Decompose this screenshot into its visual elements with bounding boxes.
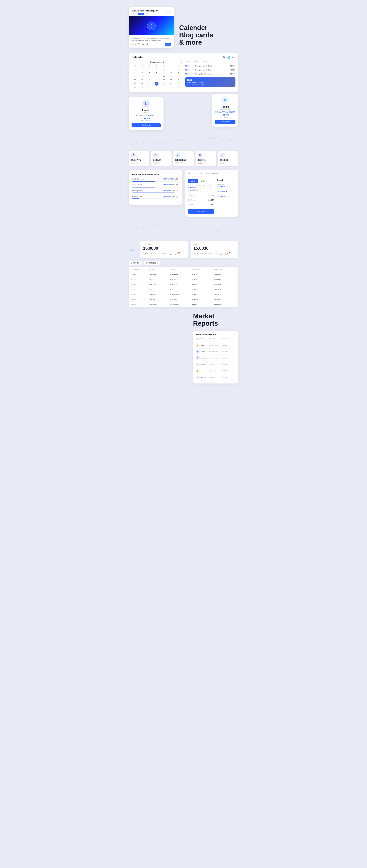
cal-day[interactable]: 4 [168,86,175,89]
blog-bookmark-btn[interactable]: 🔖 [142,43,144,45]
cal-day[interactable]: 29 [160,68,167,71]
calendar-icon[interactable]: 📅 [223,56,226,59]
cal-day[interactable]: 25 [146,82,153,86]
blog-card-header: USDCHF near strong support USDCHF #Long … [129,7,174,16]
section-calendar: Calendar 📅 🌐 </> ‹ December 2019 › M T W… [125,51,242,97]
pnl-right: Result Initial Margin 5.00 USDT PNL 100.… [214,179,235,199]
cal-day[interactable]: 21 [168,78,175,82]
tx-crypto-litecoin: Ł Litecoin [196,350,209,353]
globe-icon[interactable]: 🌐 [227,56,230,59]
blog-like-btn[interactable]: 👍 1k [132,43,136,45]
cal-day[interactable]: 1 [146,86,153,89]
event-row: 05:20 Foreign Invest JP Bonds 227.4 B [185,64,235,68]
cal-day[interactable]: 27 [160,82,167,86]
cal-day[interactable]: 10 [139,75,146,78]
cal-day[interactable]: 28 [153,68,160,71]
limit-header: E-Wallet Limit 365 USD / 2500 USD [132,196,178,197]
long-toggle-button[interactable]: Long [188,179,198,183]
cal-day-today[interactable]: 26 [154,82,159,86]
sender-id: gdh-34um3blq [209,370,222,372]
cal-day[interactable]: 15 [175,75,182,78]
blog-link-btn[interactable]: 🔗 [146,43,148,45]
cal-day[interactable]: 17 [139,78,146,82]
svg-point-0 [142,142,143,143]
litecoin-buy-button[interactable]: Buy Tokens [132,123,161,127]
cal-day[interactable]: 26 [139,68,146,71]
connector-svg [125,132,242,149]
tx-hash: HJD9R0 [222,351,235,352]
comment-icon: 💬 [138,43,140,45]
cal-day[interactable]: 23 [132,82,139,86]
event-time: 05:20 [185,69,191,71]
cal-day[interactable]: 7 [168,71,175,74]
cal-day[interactable]: 22 [175,78,182,82]
col-24-low: 24 Low [170,269,192,270]
dash-price: $370.71 [198,159,214,161]
cal-day[interactable]: 13 [160,75,167,78]
limit-bar-bg [132,187,178,187]
cal-day[interactable]: 24 [139,82,146,86]
cal-day[interactable]: 28 [168,82,175,86]
litecoin-logo: Ł [142,100,150,107]
section-purchase: ₿ $1,947.75 Symbol BTC -3.7% Ξ $482.84 S… [125,149,242,220]
tickers-row: ₿ $1,947.75 Symbol BTC -3.7% Ξ $482.84 S… [129,151,238,166]
cal-day[interactable]: 16 [132,78,139,82]
cal-day[interactable]: 5 [175,86,182,89]
cal-day[interactable]: 30 [132,86,139,89]
cal-day[interactable]: 14 [168,75,175,78]
tab-pnl[interactable]: PNL [188,173,191,175]
cal-day[interactable]: 19 [153,78,160,82]
change-val: +2.37% [131,289,148,290]
ripple-buy-button[interactable]: Buy Tokens [215,120,235,124]
cal-day[interactable]: 2 [153,86,160,89]
limit-bar-fill [132,187,156,187]
code-icon[interactable]: </> [232,56,235,59]
ltc-price: $140.40 [220,159,236,161]
eth-icon: Ξ [153,153,158,158]
cal-day[interactable]: 12 [153,75,160,78]
calendar-next-button[interactable]: › [181,61,182,63]
cal-day[interactable]: 27 [146,68,153,71]
mini-chart-svg [169,251,183,256]
cal-day[interactable]: 25 [132,68,139,71]
section-blog: USDCHF near strong support USDCHF #Long … [125,0,242,51]
blog-share-button[interactable]: Share [165,43,171,45]
cal-day[interactable]: 2 [132,71,139,74]
cal-day[interactable]: 1 [175,68,182,71]
tab-usd-markets[interactable]: USD Markets ▾ [144,261,160,265]
cal-day[interactable]: 20 [160,78,167,82]
banking-limit: Banking Limit 2304 USD / 2500 USD [132,190,178,193]
cal-day[interactable]: 4 [146,71,153,74]
cal-day[interactable]: 18 [146,78,153,82]
cal-day[interactable]: 30 [168,68,175,71]
chevron-down-icon: ▾ [139,262,140,264]
calculate-button[interactable]: Calculate [188,209,214,214]
cal-day[interactable]: 31 [139,86,146,89]
change-val: +0.77% [131,279,148,281]
vol-val: 35,438.93 [214,279,236,281]
cap-val: $48.28M [192,284,214,286]
market-reports-right: MarketReports Transactions History Crypt… [193,313,238,383]
cal-day[interactable]: 3 [139,71,146,74]
cal-day[interactable]: 9 [132,75,139,78]
table-row: +2.37% 0.1647 0.1647 $204.35M 23,600.74 [129,287,238,292]
leverage-slider[interactable] [188,187,214,187]
crypto-name: Bitcoin [201,344,205,346]
cal-day[interactable]: 29 [175,82,182,86]
section1-heading: CalenderBlog cards& more [179,7,213,46]
tab-target-price[interactable]: Target Price [194,173,203,175]
short-toggle-button[interactable]: Short [198,179,208,183]
tab-liquidation-price[interactable]: Liquidation Price [206,173,219,175]
cal-day[interactable]: 5 [153,71,160,74]
cal-day[interactable]: 8 [175,71,182,74]
litecoin-name: Litcoin [132,109,161,112]
section-market: BNB / USDT 15.0830 -3.55% Volume: 16731,… [125,238,242,309]
cal-day[interactable]: 6 [160,71,167,74]
calendar-prev-button[interactable]: ‹ [132,61,132,63]
prior-header: Prior [203,61,207,63]
blog-comment-btn[interactable]: 💬 [138,43,140,45]
cal-day[interactable]: 11 [146,75,153,78]
cal-day[interactable]: 3 [160,86,167,89]
tab-s-markets[interactable]: S Markets ▾ [129,261,142,265]
ticker-vol-2: Volume: 16731,611.57 USDT [200,253,218,254]
